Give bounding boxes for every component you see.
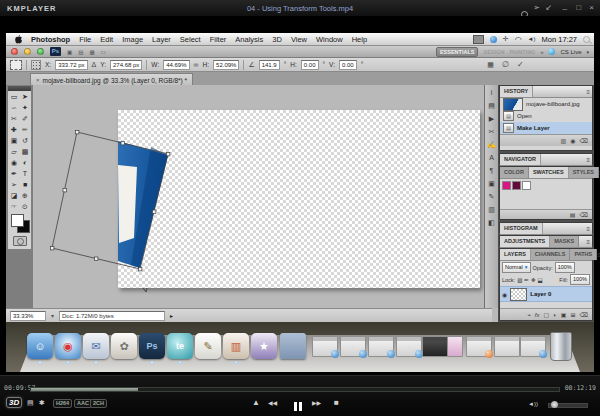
shape-tool-icon[interactable]: ■ xyxy=(20,179,31,190)
dock-minimized-window[interactable] xyxy=(312,336,338,357)
zoom-level-field[interactable]: 33.33% xyxy=(10,311,46,321)
menu-window[interactable]: Window xyxy=(316,35,343,44)
tab-histogram[interactable]: HISTOGRAM xyxy=(500,223,543,234)
move-tool-icon[interactable]: ➤ xyxy=(20,91,31,102)
paragraph-panel-icon[interactable]: ¶ xyxy=(490,167,494,175)
angle-input[interactable]: 141.9 xyxy=(259,60,280,70)
workspace-overflow-icon[interactable]: » xyxy=(540,49,543,55)
settings-gear-icon[interactable]: ✱ xyxy=(39,398,45,408)
panel-menu-icon[interactable]: ≡ xyxy=(586,226,590,232)
workspace-design-button[interactable]: DESIGN xyxy=(483,49,504,55)
dock-icon-finder[interactable]: ☺ xyxy=(27,333,53,359)
dock-minimized-window[interactable] xyxy=(466,336,492,357)
pen-tool-icon[interactable]: ✒ xyxy=(9,168,20,179)
display-icon[interactable] xyxy=(473,35,484,44)
tab-close-icon[interactable]: × xyxy=(36,77,40,83)
new-document-from-state-icon[interactable]: ▥ xyxy=(561,137,567,144)
resize-icon[interactable]: ↙ xyxy=(545,3,552,12)
doc-size-field[interactable]: Doc: 1.72M/0 bytes xyxy=(59,311,165,321)
dodge-tool-icon[interactable]: ◐ xyxy=(20,157,31,168)
history-brush-tool-icon[interactable]: ↺ xyxy=(20,135,31,146)
tool-presets-panel-icon[interactable]: ▣ xyxy=(488,180,495,188)
tab-masks[interactable]: MASKS xyxy=(550,236,579,247)
menu-select[interactable]: Select xyxy=(180,35,201,44)
relative-position-icon[interactable]: Δ xyxy=(92,61,97,69)
tab-color[interactable]: COLOR xyxy=(500,167,529,178)
hand-tool-icon[interactable]: ☞ xyxy=(9,201,20,212)
stop-button[interactable]: ■ xyxy=(334,398,339,408)
healing-brush-tool-icon[interactable]: ✚ xyxy=(9,124,20,135)
layer-style-fx-icon[interactable]: fx xyxy=(535,312,540,318)
menu-photoshop[interactable]: Photoshop xyxy=(31,35,70,44)
brush-panel-icon[interactable]: ✍ xyxy=(487,141,496,149)
spotlight-icon[interactable] xyxy=(583,36,590,43)
tab-paths[interactable]: PATHS xyxy=(570,249,597,260)
dock-minimized-window[interactable] xyxy=(340,336,366,357)
dock-icon-imovie[interactable]: ★ xyxy=(251,333,277,359)
tab-channels[interactable]: CHANNELS xyxy=(531,249,571,260)
view-extras-icon[interactable]: ▤ xyxy=(78,49,83,55)
dock-minimized-window[interactable] xyxy=(368,336,394,357)
seek-bar[interactable] xyxy=(30,387,560,392)
zoom-tool-icon[interactable]: ⊙ xyxy=(20,201,31,212)
open-file-button[interactable]: ▲ xyxy=(252,398,260,408)
lasso-tool-icon[interactable]: ∽ xyxy=(9,102,20,113)
wifi-icon[interactable]: ◠ xyxy=(515,35,522,44)
warp-mode-toggle-icon[interactable]: ▦ xyxy=(487,61,494,69)
dock-minimized-window[interactable] xyxy=(520,336,546,357)
commit-transform-button[interactable]: ✓ xyxy=(517,61,524,69)
link-dimensions-icon[interactable]: ∞ xyxy=(194,61,199,69)
history-snapshot-row[interactable]: mojave-billboard.jpg xyxy=(500,98,592,110)
dock-minimized-window[interactable] xyxy=(494,336,520,357)
tab-history[interactable]: HISTORY xyxy=(500,86,533,97)
lock-all-icon[interactable]: ⬓ xyxy=(538,277,543,283)
pause-button[interactable] xyxy=(293,397,303,415)
new-snapshot-icon[interactable]: ◉ xyxy=(570,137,575,144)
layer-row-layer0[interactable]: ◉ Layer 0 xyxy=(500,286,592,302)
add-layer-mask-icon[interactable]: ▢ xyxy=(544,311,550,318)
dock-icon-pages[interactable]: ✎ xyxy=(195,333,221,359)
workspace-painting-button[interactable]: PAINTING xyxy=(510,49,536,55)
tab-styles[interactable]: STYLES xyxy=(569,167,599,178)
character-panel-icon[interactable]: A xyxy=(489,154,494,162)
next-button[interactable]: ▶▶ xyxy=(312,398,321,408)
marquee-tool-icon[interactable]: ▭ xyxy=(9,91,20,102)
blur-tool-icon[interactable]: ◉ xyxy=(9,157,20,168)
video-area[interactable]: Photoshop File Edit Image Layer Select F… xyxy=(0,16,600,375)
width-input[interactable]: 44.69% xyxy=(163,60,189,70)
menu-image[interactable]: Image xyxy=(122,35,143,44)
visibility-eye-icon[interactable]: ◉ xyxy=(502,291,507,298)
lock-transparency-icon[interactable]: ▨ xyxy=(517,277,522,283)
history-item-open[interactable]: ▤ Open xyxy=(500,110,592,122)
x-input[interactable]: 333.72 px xyxy=(55,60,87,70)
swatch-dark-maroon[interactable] xyxy=(512,181,521,190)
tool-preset-icon[interactable] xyxy=(10,60,22,70)
minimize-traffic-light[interactable] xyxy=(24,48,31,55)
menu-filter[interactable]: Filter xyxy=(210,35,227,44)
minimize-button[interactable]: _ xyxy=(563,1,567,10)
tab-swatches[interactable]: SWATCHES xyxy=(529,167,569,178)
eyedropper-tool-icon[interactable]: ✐ xyxy=(20,113,31,124)
swatch-magenta[interactable] xyxy=(502,181,511,190)
lock-image-icon[interactable]: ✏ xyxy=(524,277,529,283)
delete-swatch-icon[interactable]: ⌫ xyxy=(580,211,588,218)
arrange-documents-icon[interactable]: ▦ xyxy=(89,49,94,55)
delete-state-icon[interactable]: ⌫ xyxy=(580,137,588,144)
bluetooth-status-icon[interactable] xyxy=(490,36,497,43)
menu-edit[interactable]: Edit xyxy=(100,35,113,44)
dock-icon-iphoto[interactable]: ✿ xyxy=(111,333,137,359)
3d-mode-button[interactable]: 3D xyxy=(6,397,22,408)
styles-panel-icon[interactable]: ◧ xyxy=(488,219,495,227)
lock-position-icon[interactable]: ✥ xyxy=(531,277,536,283)
workspace-essentials-button[interactable]: ESSENTIALS xyxy=(436,47,479,57)
menu-clock[interactable]: Mon 17:27 xyxy=(542,35,577,44)
type-tool-icon[interactable]: T xyxy=(20,168,31,179)
swatch-white[interactable] xyxy=(522,181,531,190)
quick-mask-button[interactable] xyxy=(13,236,27,246)
close-button[interactable]: × xyxy=(589,3,594,12)
previous-button[interactable]: ◀◀ xyxy=(268,398,277,408)
close-traffic-light[interactable] xyxy=(11,48,18,55)
delete-layer-icon[interactable]: ⌫ xyxy=(580,311,588,318)
reference-point-locator[interactable] xyxy=(31,60,41,70)
universal-access-icon[interactable]: ✛ xyxy=(503,35,509,43)
